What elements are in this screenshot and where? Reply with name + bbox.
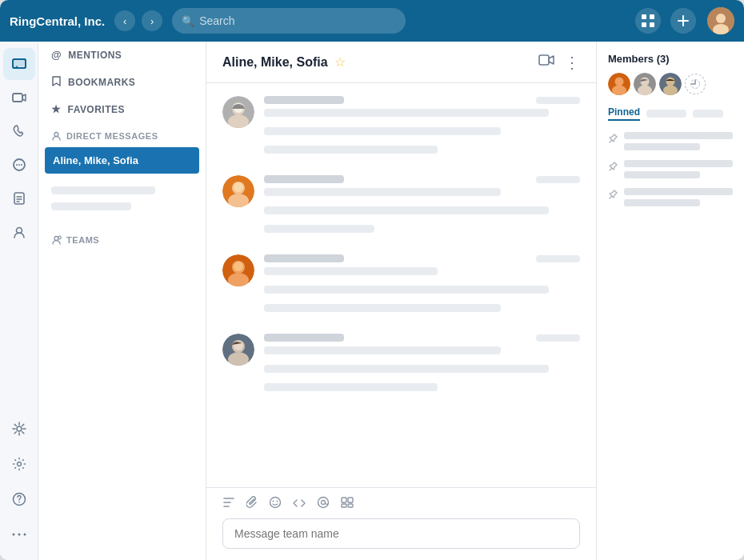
- svg-point-52: [322, 501, 326, 505]
- direct-messages-header: DIRECT MESSAGES: [38, 122, 206, 146]
- sidebar-icon-settings[interactable]: [3, 448, 35, 480]
- member-avatar-2[interactable]: [634, 73, 656, 95]
- pinned-lines-1: [624, 132, 733, 150]
- search-input[interactable]: [199, 14, 395, 27]
- svg-rect-1: [650, 14, 654, 19]
- sidebar-icon-contacts[interactable]: [3, 216, 35, 248]
- attach-icon[interactable]: [246, 496, 258, 512]
- search-bar[interactable]: 🔍: [172, 8, 405, 34]
- main-chat: Aline, Mike, Sofia ☆ ⋮: [206, 42, 596, 560]
- active-dm-item[interactable]: Aline, Mike, Sofia: [45, 147, 199, 174]
- pin-icon-2: [608, 162, 618, 174]
- messages-area: [206, 83, 596, 487]
- message-content-4: [264, 334, 580, 397]
- svg-rect-2: [642, 22, 646, 27]
- sidebar-icon-phone[interactable]: [3, 115, 35, 147]
- chat-title: Aline, Mike, Sofia: [222, 55, 328, 70]
- message-row: [222, 254, 580, 318]
- msg-time-4: [536, 334, 580, 342]
- msg-time-2: [536, 176, 580, 183]
- mentions-icon: @: [51, 49, 62, 61]
- code-icon[interactable]: [293, 497, 306, 511]
- sidebar-icon-messages[interactable]: [3, 48, 35, 80]
- app-logo: RingCentral, Inc.: [10, 14, 105, 28]
- sidebar-icons: [0, 42, 38, 560]
- pinned-lines-3: [624, 188, 733, 206]
- sidebar-icon-chat[interactable]: [3, 149, 35, 181]
- app-body: @ MENTIONS BOOKMARKS ★ FAVORITES DIRECT …: [0, 42, 744, 560]
- member-avatar-1[interactable]: [608, 73, 630, 95]
- message-content-3: [264, 254, 580, 318]
- msg-time-1: [536, 97, 580, 104]
- pin-icon-3: [608, 190, 618, 202]
- svg-point-39: [234, 182, 243, 192]
- message-content-1: [264, 96, 580, 159]
- svg-point-59: [612, 86, 626, 96]
- member-avatar-3[interactable]: [659, 73, 682, 95]
- msg-time-3: [536, 255, 580, 262]
- svg-point-48: [270, 498, 281, 508]
- right-panel: Members (3) Pinned: [596, 42, 744, 560]
- message-avatar-1: [222, 96, 254, 128]
- svg-point-21: [17, 426, 22, 431]
- members-avatars: [608, 73, 733, 95]
- nav-forward-button[interactable]: ›: [142, 10, 162, 31]
- star-icon[interactable]: ☆: [334, 54, 346, 70]
- apps-button[interactable]: [635, 8, 661, 34]
- pinned-item-3: [608, 188, 733, 206]
- add-button[interactable]: [670, 8, 696, 34]
- svg-point-22: [17, 462, 21, 466]
- mentions-item[interactable]: @ MENTIONS: [38, 42, 206, 68]
- more-options-icon[interactable]: ⋮: [564, 53, 580, 72]
- svg-point-64: [666, 78, 675, 86]
- sidebar-icon-video[interactable]: [3, 82, 35, 114]
- composer-input[interactable]: [222, 518, 580, 549]
- svg-rect-53: [342, 498, 346, 502]
- svg-rect-11: [13, 94, 22, 102]
- svg-point-24: [18, 502, 20, 503]
- msg-name-4: [264, 334, 344, 342]
- nav-back-button[interactable]: ‹: [114, 10, 135, 31]
- user-avatar[interactable]: [707, 7, 734, 34]
- video-icon[interactable]: [538, 54, 554, 70]
- more-tools-icon[interactable]: [341, 497, 354, 511]
- format-icon[interactable]: [222, 497, 235, 511]
- message-row: [222, 96, 580, 159]
- search-icon: 🔍: [182, 15, 194, 27]
- favorites-item[interactable]: ★ FAVORITES: [38, 96, 206, 122]
- msg-name-2: [264, 175, 344, 183]
- svg-point-50: [277, 501, 278, 502]
- chat-header: Aline, Mike, Sofia ☆ ⋮: [206, 42, 596, 83]
- sidebar-icon-integrations[interactable]: [3, 413, 35, 445]
- svg-point-61: [641, 78, 650, 86]
- emoji-icon[interactable]: [269, 496, 282, 512]
- sidebar-icon-help[interactable]: [3, 483, 35, 515]
- svg-rect-54: [348, 498, 353, 502]
- msg-name-3: [264, 254, 344, 262]
- mention-icon[interactable]: [317, 496, 330, 512]
- pin-icon-1: [608, 134, 618, 146]
- svg-rect-0: [642, 14, 646, 19]
- svg-rect-3: [650, 22, 654, 27]
- pinned-tab-2[interactable]: [646, 110, 686, 118]
- plus-icon: [677, 14, 690, 27]
- composer-toolbar: [222, 496, 580, 512]
- pinned-tab-3[interactable]: [693, 110, 723, 118]
- bookmarks-icon: [51, 75, 62, 89]
- sidebar-panel: @ MENTIONS BOOKMARKS ★ FAVORITES DIRECT …: [38, 42, 206, 560]
- members-header: Members (3): [608, 53, 733, 65]
- svg-point-28: [54, 133, 58, 137]
- dm-placeholder-2: [51, 202, 131, 210]
- bookmarks-item[interactable]: BOOKMARKS: [38, 68, 206, 96]
- message-row: [222, 334, 580, 397]
- pinned-tab-active[interactable]: Pinned: [608, 106, 640, 121]
- add-member-button[interactable]: [685, 74, 706, 94]
- svg-rect-16: [14, 193, 24, 204]
- svg-point-7: [716, 14, 726, 23]
- dm-placeholder-1: [51, 186, 155, 194]
- sidebar-icon-tasks[interactable]: [3, 182, 35, 214]
- pinned-tabs: Pinned: [608, 106, 733, 121]
- message-row: [222, 175, 580, 238]
- sidebar-icon-more[interactable]: [3, 518, 35, 550]
- svg-point-43: [234, 262, 243, 271]
